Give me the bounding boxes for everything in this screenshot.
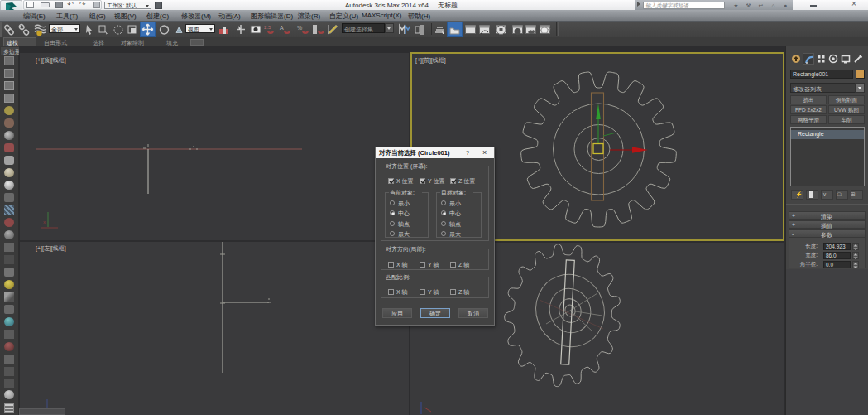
svg-text:x: x <box>43 220 46 224</box>
